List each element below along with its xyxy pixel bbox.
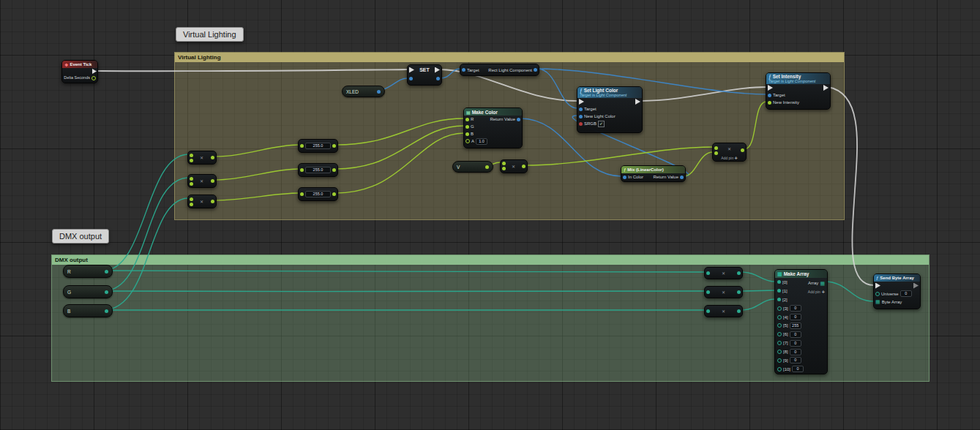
array-element-value[interactable]: 0 [790, 340, 801, 347]
node-op-multiply-2[interactable]: ✕ [187, 174, 217, 188]
op-output-pin[interactable] [211, 200, 214, 203]
new-light-color-input-pin[interactable] [579, 115, 583, 118]
op-input-b-pin[interactable] [190, 182, 193, 186]
array-element-pin[interactable] [777, 358, 782, 363]
xled-input-pin[interactable] [409, 77, 413, 80]
xled-output-pin[interactable] [436, 77, 440, 80]
add-pin-label[interactable]: Add pin [808, 290, 820, 294]
byte-op-input-pin[interactable] [706, 309, 710, 313]
node-divide-255-3[interactable]: 255.0 [298, 187, 338, 201]
node-event-tick[interactable]: ❖ Event Tick Delta Seconds [61, 60, 98, 83]
byte-op-input-pin[interactable] [706, 271, 710, 275]
node-make-array[interactable]: ▦ Make Array [0] [1] [2] [3]0 [4]0 [5]25… [774, 269, 828, 374]
b-output-pin[interactable] [105, 309, 108, 313]
op-input-a-pin[interactable] [190, 177, 193, 181]
byte-op-output-pin[interactable] [737, 271, 741, 275]
op-input-b-pin[interactable] [190, 159, 193, 162]
exec-out-pin[interactable] [913, 283, 919, 289]
node-set-light-color[interactable]: ƒ Set Light Color Target is Light Compon… [577, 86, 643, 133]
add-pin-icon[interactable]: ✚ [822, 290, 825, 294]
div-output-pin[interactable] [332, 192, 336, 196]
exec-out-pin[interactable] [435, 67, 440, 73]
array-element-pin[interactable] [777, 280, 781, 284]
byte-op-input-pin[interactable] [706, 290, 710, 294]
rect-light-output-pin[interactable] [534, 68, 537, 72]
array-element-pin[interactable] [777, 341, 782, 345]
node-set-xled[interactable]: SET [407, 64, 442, 86]
scale-input-a-pin[interactable] [714, 146, 718, 150]
blueprint-canvas[interactable]: Virtual Lighting DMX output [0, 0, 980, 430]
node-v-getter[interactable]: V [452, 161, 493, 173]
mult-input-a-pin[interactable] [502, 162, 506, 165]
array-element-value[interactable]: 0 [790, 314, 801, 320]
array-element-pin[interactable] [777, 332, 782, 336]
div-output-pin[interactable] [332, 144, 336, 148]
srgb-input-pin[interactable] [579, 122, 583, 126]
mult-output-pin[interactable] [522, 165, 525, 168]
array-element-value[interactable]: 0 [790, 331, 801, 338]
op-input-a-pin[interactable] [190, 197, 193, 201]
node-op-multiply-3[interactable]: ✕ [187, 195, 217, 208]
node-send-byte-array[interactable]: ƒ Send Byte Array Universe 0 ▦ Byte Arra… [873, 274, 921, 309]
array-output-pin[interactable]: ▦ [820, 281, 825, 286]
byte-op-output-pin[interactable] [737, 309, 741, 313]
node-dmx-r-getter[interactable]: R [63, 265, 113, 278]
new-intensity-input-pin[interactable] [768, 101, 771, 105]
exec-out-pin[interactable] [635, 99, 640, 105]
v-getter-output-pin[interactable] [485, 165, 489, 169]
exec-out-pin[interactable] [823, 85, 828, 91]
scale-output-pin[interactable] [741, 148, 744, 152]
op-output-pin[interactable] [211, 156, 214, 159]
universe-input-pin[interactable] [875, 292, 880, 296]
target-input-pin[interactable] [768, 94, 771, 97]
mult-input-b-pin[interactable] [502, 167, 506, 170]
array-element-pin[interactable] [777, 306, 782, 311]
node-byte-op-1[interactable]: ✕ [704, 267, 743, 279]
b-input-pin[interactable] [465, 132, 469, 136]
array-element-pin[interactable] [777, 350, 782, 354]
node-byte-op-2[interactable]: ✕ [704, 286, 743, 298]
a-input-pin[interactable] [465, 139, 470, 143]
target-input-pin[interactable] [462, 68, 465, 72]
universe-value-field[interactable]: 0 [900, 290, 912, 297]
a-value-field[interactable]: 1.0 [476, 138, 487, 145]
delta-seconds-pin[interactable] [91, 76, 96, 80]
node-make-color[interactable]: ▤ Make Color R Return Value G B A 1.0 [463, 108, 523, 148]
array-element-value[interactable]: 0 [790, 305, 801, 312]
array-element-pin[interactable] [777, 289, 781, 293]
scale-input-b-pin[interactable] [714, 151, 718, 155]
exec-in-pin[interactable] [579, 99, 584, 105]
comment-title-virtual-lighting[interactable]: Virtual Lighting [175, 53, 844, 62]
node-set-intensity[interactable]: ƒ Set Intensity Target is Light Componen… [766, 72, 831, 110]
array-element-value[interactable]: 0 [790, 349, 801, 355]
div-input-pin[interactable] [300, 192, 304, 196]
array-element-pin[interactable] [777, 323, 782, 328]
div-input-pin[interactable] [300, 144, 304, 148]
node-op-multiply-1[interactable]: ✕ [187, 151, 217, 165]
node-multiply-small[interactable]: ✕ [500, 159, 528, 173]
node-mix-linearcolor[interactable]: ƒ Mix (LinearColor) In Color Return Valu… [621, 165, 686, 182]
node-divide-255-2[interactable]: 255.0 [298, 163, 338, 177]
op-input-b-pin[interactable] [190, 203, 193, 206]
exec-in-pin[interactable] [768, 85, 773, 91]
array-element-pin[interactable] [777, 367, 782, 371]
div-value-field[interactable]: 255.0 [305, 143, 331, 149]
array-element-value[interactable]: 255 [790, 322, 801, 329]
r-output-pin[interactable] [105, 270, 108, 274]
node-rect-light-component[interactable]: Target Rect Light Component [460, 64, 539, 76]
node-byte-op-3[interactable]: ✕ [704, 305, 743, 317]
return-value-pin[interactable] [680, 176, 684, 179]
add-pin-icon[interactable]: ✚ [735, 156, 738, 160]
op-output-pin[interactable] [211, 179, 214, 183]
exec-in-pin[interactable] [409, 67, 414, 73]
array-element-pin[interactable] [777, 315, 782, 320]
div-input-pin[interactable] [300, 168, 304, 172]
node-xled-getter[interactable]: XLED [342, 86, 385, 97]
g-input-pin[interactable] [465, 125, 469, 129]
node-dmx-g-getter[interactable]: G [63, 285, 113, 298]
exec-out-pin[interactable] [92, 69, 97, 74]
div-value-field[interactable]: 255.0 [305, 191, 331, 197]
target-input-pin[interactable] [579, 108, 583, 111]
node-divide-255-1[interactable]: 255.0 [298, 139, 338, 153]
g-output-pin[interactable] [105, 290, 108, 294]
